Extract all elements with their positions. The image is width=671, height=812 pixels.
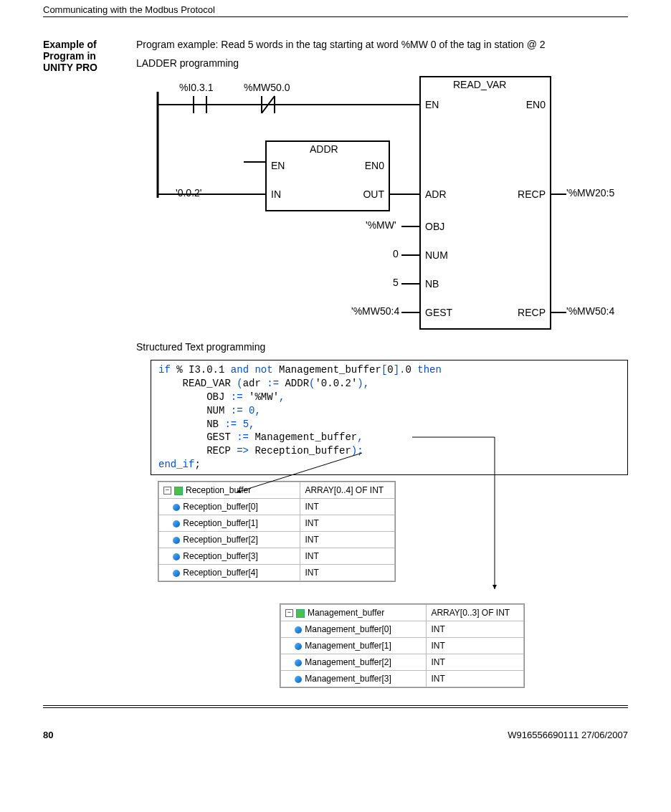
section-title: Example of Program in UNITY PRO [43, 39, 136, 688]
addr-block: ADDR EN EN0 IN OUT [265, 140, 390, 211]
tree-row: Management_buffer[1]INT [281, 638, 524, 654]
intro-text: Program example: Read 5 words in the tag… [136, 39, 628, 50]
tree-row: Management_buffer[2]INT [281, 654, 524, 671]
st-heading: Structured Text programming [136, 341, 628, 353]
ladder-heading: LADDER programming [136, 57, 628, 69]
contact-label: %MW50.0 [244, 82, 290, 93]
ladder-diagram: %I0.3.1 %MW50.0 ADDR EN EN0 IN OUT '0.0.… [136, 76, 628, 341]
tree-row: −Reception_buffer ARRAY[0..4] OF INT [159, 482, 395, 499]
management-buffer-tree: −Management_buffer ARRAY[0..3] OF INT Ma… [280, 603, 525, 688]
doc-ref: W916556690111 27/06/2007 [508, 730, 628, 740]
reception-buffer-tree: −Reception_buffer ARRAY[0..4] OF INT Rec… [158, 481, 396, 582]
contact-label: %I0.3.1 [179, 82, 213, 93]
page-header: Communicating with the Modbus Protocol [43, 0, 628, 15]
tree-row: −Management_buffer ARRAY[0..3] OF INT [281, 605, 524, 621]
structured-text-code: if % I3.0.1 and not Management_buffer[0]… [151, 360, 628, 475]
tree-row: Reception_buffer[2]INT [159, 532, 395, 548]
tree-row: Reception_buffer[4]INT [159, 565, 395, 581]
tree-row: Management_buffer[3]INT [281, 671, 524, 687]
addr-in-value: '0.0.2' [176, 187, 201, 199]
tree-row: Reception_buffer[3]INT [159, 548, 395, 565]
tree-row: Management_buffer[0]INT [281, 621, 524, 638]
tree-row: Reception_buffer[0]INT [159, 499, 395, 515]
readvar-block: READ_VAR EN EN0 ADR RECP OBJ NUM NB GEST… [419, 76, 551, 330]
tree-row: Reception_buffer[1]INT [159, 515, 395, 532]
page-number: 80 [43, 730, 53, 740]
